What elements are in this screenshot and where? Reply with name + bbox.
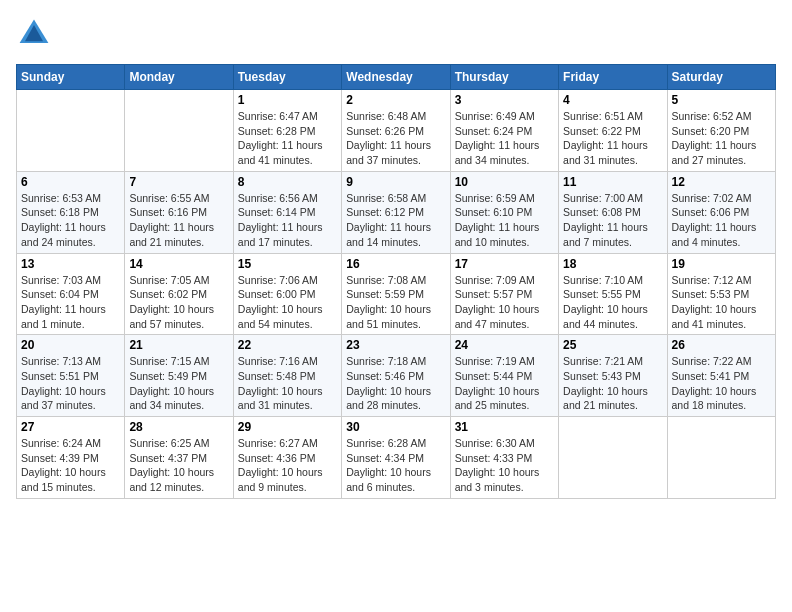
day-number: 11	[563, 175, 662, 189]
day-number: 7	[129, 175, 228, 189]
calendar-cell: 9Sunrise: 6:58 AM Sunset: 6:12 PM Daylig…	[342, 171, 450, 253]
calendar-cell: 19Sunrise: 7:12 AM Sunset: 5:53 PM Dayli…	[667, 253, 775, 335]
calendar-cell: 10Sunrise: 6:59 AM Sunset: 6:10 PM Dayli…	[450, 171, 558, 253]
day-info: Sunrise: 6:56 AM Sunset: 6:14 PM Dayligh…	[238, 191, 337, 250]
day-info: Sunrise: 6:58 AM Sunset: 6:12 PM Dayligh…	[346, 191, 445, 250]
logo	[16, 16, 56, 52]
calendar-cell: 20Sunrise: 7:13 AM Sunset: 5:51 PM Dayli…	[17, 335, 125, 417]
calendar-cell: 12Sunrise: 7:02 AM Sunset: 6:06 PM Dayli…	[667, 171, 775, 253]
calendar-header-friday: Friday	[559, 65, 667, 90]
calendar-week-row: 13Sunrise: 7:03 AM Sunset: 6:04 PM Dayli…	[17, 253, 776, 335]
calendar-cell: 21Sunrise: 7:15 AM Sunset: 5:49 PM Dayli…	[125, 335, 233, 417]
day-number: 10	[455, 175, 554, 189]
calendar-header-thursday: Thursday	[450, 65, 558, 90]
day-info: Sunrise: 7:10 AM Sunset: 5:55 PM Dayligh…	[563, 273, 662, 332]
day-info: Sunrise: 7:13 AM Sunset: 5:51 PM Dayligh…	[21, 354, 120, 413]
day-number: 12	[672, 175, 771, 189]
day-number: 6	[21, 175, 120, 189]
calendar-header-saturday: Saturday	[667, 65, 775, 90]
day-info: Sunrise: 6:51 AM Sunset: 6:22 PM Dayligh…	[563, 109, 662, 168]
day-info: Sunrise: 6:30 AM Sunset: 4:33 PM Dayligh…	[455, 436, 554, 495]
calendar-cell: 17Sunrise: 7:09 AM Sunset: 5:57 PM Dayli…	[450, 253, 558, 335]
day-number: 26	[672, 338, 771, 352]
calendar-header-row: SundayMondayTuesdayWednesdayThursdayFrid…	[17, 65, 776, 90]
calendar-week-row: 27Sunrise: 6:24 AM Sunset: 4:39 PM Dayli…	[17, 417, 776, 499]
day-info: Sunrise: 6:53 AM Sunset: 6:18 PM Dayligh…	[21, 191, 120, 250]
day-number: 9	[346, 175, 445, 189]
calendar-cell: 27Sunrise: 6:24 AM Sunset: 4:39 PM Dayli…	[17, 417, 125, 499]
calendar-cell: 26Sunrise: 7:22 AM Sunset: 5:41 PM Dayli…	[667, 335, 775, 417]
logo-icon	[16, 16, 52, 52]
day-info: Sunrise: 6:27 AM Sunset: 4:36 PM Dayligh…	[238, 436, 337, 495]
calendar-cell: 15Sunrise: 7:06 AM Sunset: 6:00 PM Dayli…	[233, 253, 341, 335]
day-number: 31	[455, 420, 554, 434]
day-info: Sunrise: 7:02 AM Sunset: 6:06 PM Dayligh…	[672, 191, 771, 250]
calendar-cell: 4Sunrise: 6:51 AM Sunset: 6:22 PM Daylig…	[559, 90, 667, 172]
day-info: Sunrise: 7:12 AM Sunset: 5:53 PM Dayligh…	[672, 273, 771, 332]
day-info: Sunrise: 6:55 AM Sunset: 6:16 PM Dayligh…	[129, 191, 228, 250]
calendar-cell: 28Sunrise: 6:25 AM Sunset: 4:37 PM Dayli…	[125, 417, 233, 499]
calendar-week-row: 20Sunrise: 7:13 AM Sunset: 5:51 PM Dayli…	[17, 335, 776, 417]
calendar-cell: 23Sunrise: 7:18 AM Sunset: 5:46 PM Dayli…	[342, 335, 450, 417]
calendar-cell: 14Sunrise: 7:05 AM Sunset: 6:02 PM Dayli…	[125, 253, 233, 335]
day-info: Sunrise: 6:52 AM Sunset: 6:20 PM Dayligh…	[672, 109, 771, 168]
calendar-cell: 24Sunrise: 7:19 AM Sunset: 5:44 PM Dayli…	[450, 335, 558, 417]
calendar-week-row: 1Sunrise: 6:47 AM Sunset: 6:28 PM Daylig…	[17, 90, 776, 172]
day-info: Sunrise: 7:05 AM Sunset: 6:02 PM Dayligh…	[129, 273, 228, 332]
day-info: Sunrise: 6:49 AM Sunset: 6:24 PM Dayligh…	[455, 109, 554, 168]
day-info: Sunrise: 7:22 AM Sunset: 5:41 PM Dayligh…	[672, 354, 771, 413]
calendar-header-monday: Monday	[125, 65, 233, 90]
calendar-cell: 22Sunrise: 7:16 AM Sunset: 5:48 PM Dayli…	[233, 335, 341, 417]
day-info: Sunrise: 6:48 AM Sunset: 6:26 PM Dayligh…	[346, 109, 445, 168]
day-number: 8	[238, 175, 337, 189]
calendar-cell: 2Sunrise: 6:48 AM Sunset: 6:26 PM Daylig…	[342, 90, 450, 172]
day-info: Sunrise: 7:21 AM Sunset: 5:43 PM Dayligh…	[563, 354, 662, 413]
day-info: Sunrise: 7:03 AM Sunset: 6:04 PM Dayligh…	[21, 273, 120, 332]
calendar-cell	[125, 90, 233, 172]
day-info: Sunrise: 6:28 AM Sunset: 4:34 PM Dayligh…	[346, 436, 445, 495]
page-header	[16, 16, 776, 52]
calendar-cell: 6Sunrise: 6:53 AM Sunset: 6:18 PM Daylig…	[17, 171, 125, 253]
day-info: Sunrise: 7:00 AM Sunset: 6:08 PM Dayligh…	[563, 191, 662, 250]
calendar-cell: 11Sunrise: 7:00 AM Sunset: 6:08 PM Dayli…	[559, 171, 667, 253]
calendar-cell: 7Sunrise: 6:55 AM Sunset: 6:16 PM Daylig…	[125, 171, 233, 253]
calendar-cell: 30Sunrise: 6:28 AM Sunset: 4:34 PM Dayli…	[342, 417, 450, 499]
calendar-cell: 29Sunrise: 6:27 AM Sunset: 4:36 PM Dayli…	[233, 417, 341, 499]
day-number: 21	[129, 338, 228, 352]
day-number: 16	[346, 257, 445, 271]
day-info: Sunrise: 7:19 AM Sunset: 5:44 PM Dayligh…	[455, 354, 554, 413]
calendar-cell: 18Sunrise: 7:10 AM Sunset: 5:55 PM Dayli…	[559, 253, 667, 335]
day-number: 28	[129, 420, 228, 434]
day-number: 2	[346, 93, 445, 107]
calendar-table: SundayMondayTuesdayWednesdayThursdayFrid…	[16, 64, 776, 499]
day-number: 24	[455, 338, 554, 352]
day-info: Sunrise: 6:25 AM Sunset: 4:37 PM Dayligh…	[129, 436, 228, 495]
day-number: 25	[563, 338, 662, 352]
day-number: 29	[238, 420, 337, 434]
day-info: Sunrise: 6:59 AM Sunset: 6:10 PM Dayligh…	[455, 191, 554, 250]
calendar-header-wednesday: Wednesday	[342, 65, 450, 90]
calendar-header-tuesday: Tuesday	[233, 65, 341, 90]
day-info: Sunrise: 6:24 AM Sunset: 4:39 PM Dayligh…	[21, 436, 120, 495]
day-number: 22	[238, 338, 337, 352]
calendar-cell: 13Sunrise: 7:03 AM Sunset: 6:04 PM Dayli…	[17, 253, 125, 335]
calendar-cell: 16Sunrise: 7:08 AM Sunset: 5:59 PM Dayli…	[342, 253, 450, 335]
calendar-cell: 5Sunrise: 6:52 AM Sunset: 6:20 PM Daylig…	[667, 90, 775, 172]
calendar-week-row: 6Sunrise: 6:53 AM Sunset: 6:18 PM Daylig…	[17, 171, 776, 253]
day-info: Sunrise: 7:18 AM Sunset: 5:46 PM Dayligh…	[346, 354, 445, 413]
day-number: 30	[346, 420, 445, 434]
day-info: Sunrise: 7:09 AM Sunset: 5:57 PM Dayligh…	[455, 273, 554, 332]
calendar-cell: 1Sunrise: 6:47 AM Sunset: 6:28 PM Daylig…	[233, 90, 341, 172]
calendar-cell	[559, 417, 667, 499]
day-number: 17	[455, 257, 554, 271]
day-number: 23	[346, 338, 445, 352]
calendar-cell: 25Sunrise: 7:21 AM Sunset: 5:43 PM Dayli…	[559, 335, 667, 417]
day-info: Sunrise: 7:06 AM Sunset: 6:00 PM Dayligh…	[238, 273, 337, 332]
day-number: 27	[21, 420, 120, 434]
calendar-cell: 31Sunrise: 6:30 AM Sunset: 4:33 PM Dayli…	[450, 417, 558, 499]
day-number: 19	[672, 257, 771, 271]
calendar-cell	[667, 417, 775, 499]
calendar-cell: 3Sunrise: 6:49 AM Sunset: 6:24 PM Daylig…	[450, 90, 558, 172]
day-number: 3	[455, 93, 554, 107]
day-info: Sunrise: 7:08 AM Sunset: 5:59 PM Dayligh…	[346, 273, 445, 332]
